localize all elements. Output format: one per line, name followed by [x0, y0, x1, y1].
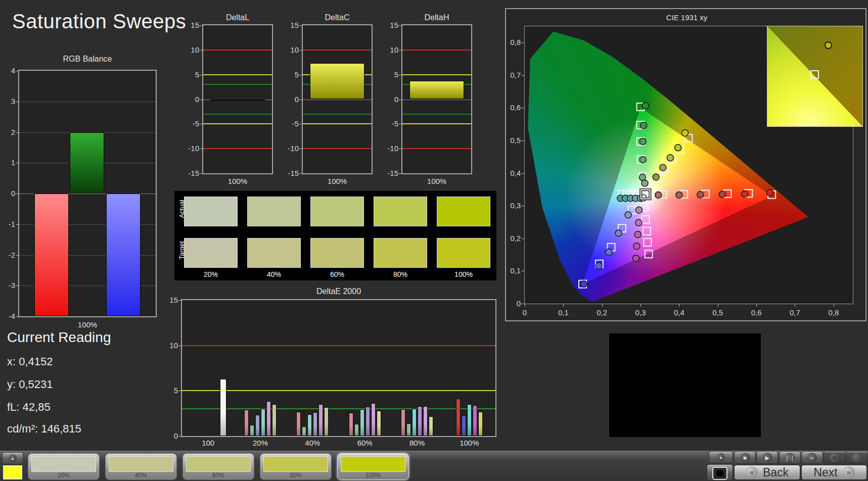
actual-swatch [310, 197, 364, 226]
cie-x-tick-label: 0,5 [708, 308, 728, 317]
infinity-button[interactable]: ∞ [801, 451, 823, 464]
swatch-column-label: 80% [374, 270, 427, 278]
target-swatch [310, 238, 364, 268]
rgb-balance-xlabel: 100% [18, 320, 157, 329]
delta-e-bar [371, 403, 376, 436]
reference-line [303, 114, 372, 115]
y-tick-mark [399, 100, 402, 100]
cie-measurement-marker [676, 191, 682, 198]
cie-measurement-marker [742, 190, 748, 197]
play-button[interactable]: ▶ [756, 451, 778, 464]
cie-measurement-marker [642, 180, 648, 186]
y-tick-mark [16, 224, 19, 225]
cie-panel: CIE 1931 xy 00,10,20,30,40,50,60,70,80,8… [505, 8, 866, 321]
patch-color-swatch [263, 456, 328, 472]
stop-button[interactable]: ■ [734, 451, 756, 464]
cie-measurement-marker [606, 249, 612, 255]
cie-measurement-marker [719, 191, 725, 198]
target-swatch [374, 238, 427, 268]
patch-button-80%[interactable]: 80% [260, 453, 332, 480]
delta-l-xlabel: 100% [202, 177, 273, 185]
y-tick-mark [200, 75, 203, 75]
swatch-column-label: 20% [184, 270, 238, 278]
y-tick-mark [200, 100, 203, 100]
y-tick-mark [399, 149, 402, 149]
y-tick-mark [16, 316, 19, 317]
delta-e-bar [244, 410, 249, 436]
reference-line [203, 50, 272, 51]
reference-line [402, 74, 471, 75]
page-title: Saturation Sweeps [12, 10, 186, 33]
y-tick-label: -15 [181, 169, 199, 178]
patch-list-collapse-button[interactable]: ▲ [2, 452, 23, 464]
delta-e-plot: 15105010020%40%60%80%100% [181, 299, 496, 437]
cie-x-tick-label: 0,4 [669, 308, 689, 317]
patch-button-label: 80% [260, 472, 331, 479]
nav-collapse-button[interactable]: ▲ [709, 451, 733, 463]
current-reading-heading: Current Reading [7, 329, 111, 346]
next-button[interactable]: Next » [801, 465, 867, 480]
cie-measurement-marker [634, 231, 641, 238]
rgb-bar-green [70, 132, 104, 194]
patch-button-40%[interactable]: 40% [105, 453, 177, 480]
patch-button-100%[interactable]: 100% [337, 453, 409, 480]
delta-e-bar [377, 411, 381, 436]
delta-e-title: DeltaE 2000 [181, 287, 496, 296]
current-reading-cdm2: cd/m²: 146,815 [7, 422, 81, 436]
y-tick-label: 0 [0, 189, 15, 198]
cie-y-tick-mark [521, 42, 524, 43]
bracket-dots-button[interactable]: [··] [779, 451, 801, 464]
delta-e-bar [349, 413, 353, 436]
active-patch-color [3, 465, 22, 479]
back-button[interactable]: « Back [734, 465, 800, 480]
reference-line [402, 50, 471, 51]
pattern-window-button[interactable] [707, 464, 733, 480]
y-tick-label: -5 [181, 119, 199, 128]
delta-e-group-label: 100 [188, 439, 229, 447]
reference-line [203, 84, 272, 85]
y-tick-label: 5 [281, 70, 299, 79]
cie-target-marker [643, 227, 651, 235]
y-tick-label: 5 [380, 70, 398, 79]
cie-measurement-marker [580, 281, 587, 287]
y-tick-label: 2 [0, 128, 15, 137]
actual-swatch [374, 197, 427, 226]
y-tick-mark [16, 255, 19, 256]
cie-measurement-marker [615, 230, 622, 236]
cie-target-marker [644, 238, 651, 246]
y-tick-mark [399, 50, 402, 51]
delta-e-bar [220, 379, 226, 436]
y-tick-mark [16, 132, 19, 133]
delta-e-bar [324, 407, 329, 436]
cie-y-tick-label: 0,8 [501, 38, 521, 47]
bottom-toolbar: ▲ ▲ « Back Next » 20%40%60%80%100%■▶[··]… [0, 451, 868, 481]
cie-x-tick-label: 0,2 [592, 308, 612, 317]
y-tick-label: 3 [0, 97, 15, 106]
reference-line [303, 148, 372, 149]
delta-bar [210, 100, 265, 101]
cie-y-tick-label: 0,7 [501, 71, 521, 80]
back-arrow-icon: « [746, 466, 758, 478]
up-arrow-icon: ▲ [717, 453, 725, 461]
patch-button-60%[interactable]: 60% [182, 453, 254, 480]
delta-e-bar [255, 415, 260, 436]
y-tick-label: 5 [181, 70, 199, 79]
cie-y-tick-label: 0,6 [501, 103, 521, 112]
y-tick-label: 15 [181, 21, 199, 30]
patch-button-20%[interactable]: 20% [28, 453, 100, 480]
reference-line [303, 50, 372, 51]
y-tick-label: 0 [380, 95, 398, 104]
cie-y-tick-mark [521, 206, 524, 206]
refresh-button: ⟳ [824, 451, 845, 464]
refresh-icon: ⟳ [830, 453, 840, 463]
cie-measurement-marker [766, 189, 773, 196]
patch-color-swatch [341, 456, 405, 472]
delta-bar [409, 81, 465, 99]
delta-bar [310, 63, 365, 99]
delta-e-bar [462, 415, 466, 436]
swatch-column-label: 60% [310, 270, 364, 278]
y-tick-label: -1 [0, 220, 15, 229]
delta-e-group-label: 40% [292, 439, 333, 447]
y-tick-label: -4 [0, 312, 15, 321]
y-tick-mark [16, 71, 19, 71]
